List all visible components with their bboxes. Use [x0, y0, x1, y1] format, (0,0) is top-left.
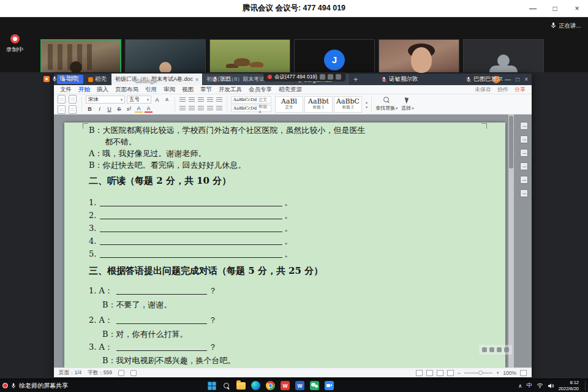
view-mode-icon[interactable] — [416, 370, 423, 376]
camera-toggle-icon[interactable] — [328, 74, 333, 80]
mic-toggle-icon[interactable] — [320, 74, 325, 80]
zoom-level[interactable]: 100% — [503, 370, 516, 376]
minimize-button[interactable]: — — [522, 0, 544, 17]
paste-icon[interactable] — [58, 95, 66, 104]
docer-tab[interactable]: 稻壳 — [88, 75, 107, 83]
new-tab-button[interactable]: + — [353, 75, 358, 84]
style-preset[interactable]: AaBbC 标题 2 — [334, 96, 362, 113]
strikethrough-button[interactable]: S — [115, 105, 123, 113]
outdent-icon[interactable] — [197, 96, 205, 104]
wifi-icon[interactable] — [537, 383, 543, 388]
floating-tools[interactable] — [479, 345, 512, 355]
word-button[interactable]: W — [295, 381, 305, 391]
numbered-list-icon[interactable] — [188, 96, 195, 104]
zoom-slider[interactable] — [464, 372, 492, 374]
bold-button[interactable]: B — [86, 105, 94, 113]
justify-icon[interactable] — [206, 105, 214, 112]
wps-button[interactable]: W — [281, 381, 290, 391]
proofread-icon[interactable] — [130, 370, 137, 376]
indent-icon[interactable] — [206, 96, 214, 104]
meeting-titlebar[interactable]: 腾讯会议 会议号: 477 494 019 — □ × — [0, 0, 588, 17]
style-preset[interactable]: AaBbt 标题 1 — [304, 96, 333, 113]
pen-tool-icon[interactable] — [520, 122, 528, 130]
align-left-icon[interactable] — [179, 105, 186, 112]
wps-minimize-button[interactable]: — — [505, 76, 511, 83]
menu-file[interactable]: 文件 — [60, 86, 72, 94]
tool-icon[interactable] — [489, 347, 494, 352]
view-mode-icon[interactable] — [447, 370, 454, 376]
style-preset[interactable]: AaBbCcDd 标题 4 — [231, 105, 271, 112]
superscript-button[interactable]: x² — [125, 105, 133, 113]
cut-icon[interactable] — [58, 105, 66, 114]
share-toggle-icon[interactable] — [336, 74, 341, 80]
file-explorer-button[interactable] — [236, 381, 246, 391]
view-mode-icon[interactable] — [437, 370, 443, 376]
font-name-select[interactable]: 宋体 ▾ — [86, 96, 125, 104]
gallery-up-icon[interactable]: ▴ — [366, 100, 368, 104]
settings-tool-icon[interactable] — [520, 189, 528, 197]
collaborate-button[interactable]: 协作 — [497, 86, 508, 94]
menu-member[interactable]: 会员专享 — [249, 86, 272, 94]
zoom-in-button[interactable]: + — [496, 370, 499, 376]
edge-button[interactable] — [251, 381, 261, 391]
document-page[interactable]: B：大医院都离得比较远，学校西门外边有个社区医院，虽然比较小，但是医生 都不错。… — [64, 123, 505, 368]
print-tool-icon[interactable] — [520, 176, 528, 184]
style-preset[interactable]: AaBbCcDd 正文 — [231, 96, 271, 104]
shading-icon[interactable] — [216, 105, 223, 112]
italic-button[interactable]: I — [96, 105, 104, 113]
show-desktop-button[interactable] — [585, 381, 586, 391]
scrollbar-thumb[interactable] — [509, 116, 513, 168]
style-preset[interactable]: AaBl 正文 — [275, 96, 303, 113]
maximize-button[interactable]: □ — [544, 0, 566, 17]
fullscreen-icon[interactable] — [520, 370, 527, 376]
meeting-floating-bar[interactable]: 会议(477 494 019) — [263, 72, 345, 81]
menu-docer-res[interactable]: 稻壳资源 — [279, 86, 302, 94]
tool-icon[interactable] — [482, 347, 487, 352]
close-button[interactable]: × — [566, 0, 588, 17]
meeting-app-button[interactable] — [325, 381, 334, 391]
highlight-button[interactable]: A — [135, 105, 143, 113]
increase-font-button[interactable]: A — [153, 96, 161, 104]
highlight-tool-icon[interactable] — [520, 135, 528, 143]
menu-view[interactable]: 视图 — [182, 86, 194, 94]
menu-dev-tools[interactable]: 开发工具 — [219, 86, 242, 94]
menu-home[interactable]: 开始 — [78, 86, 90, 94]
search-button[interactable] — [222, 381, 232, 391]
bullet-list-icon[interactable] — [179, 96, 186, 104]
align-center-icon[interactable] — [188, 105, 195, 112]
menu-review[interactable]: 审阅 — [164, 86, 175, 94]
view-mode-icon[interactable] — [426, 370, 433, 376]
zoom-knob[interactable] — [478, 371, 483, 375]
comment-tool-icon[interactable] — [520, 149, 528, 157]
underline-button[interactable]: U — [105, 105, 113, 113]
volume-icon[interactable] — [548, 383, 554, 389]
font-color-button[interactable]: A — [145, 105, 153, 113]
tray-expand-icon[interactable]: ∧ — [518, 383, 522, 389]
start-button[interactable] — [207, 381, 217, 391]
bookmark-tool-icon[interactable] — [520, 162, 528, 170]
doc-tab-active[interactable]: 初级口语（II）期末考试A卷.doc × — [111, 74, 203, 85]
menu-section[interactable]: 章节 — [200, 86, 212, 94]
wps-restore-button[interactable]: □ — [516, 76, 519, 83]
format-painter-icon[interactable] — [69, 95, 77, 104]
share-button[interactable]: 分享 — [514, 86, 526, 94]
close-tab-icon[interactable]: × — [195, 77, 198, 83]
input-method-indicator[interactable]: 中 — [527, 382, 532, 390]
gallery-down-icon[interactable]: ▾ — [366, 105, 368, 109]
menu-page-layout[interactable]: 页面布局 — [115, 86, 138, 94]
copy-icon[interactable] — [69, 105, 77, 114]
wechat-button[interactable] — [310, 381, 320, 391]
menu-references[interactable]: 引用 — [145, 86, 157, 94]
taskbar-clock[interactable]: 8:12 2022/6/20 — [559, 380, 579, 392]
tool-icon[interactable] — [497, 347, 502, 352]
align-right-icon[interactable] — [197, 105, 205, 112]
tool-icon[interactable] — [504, 347, 509, 352]
select-button[interactable]: 选择 ▾ — [401, 97, 413, 111]
decrease-font-button[interactable]: A — [163, 96, 171, 104]
menu-insert[interactable]: 插入 — [97, 86, 108, 94]
chrome-button[interactable] — [266, 381, 276, 391]
wps-close-button[interactable]: × — [524, 76, 528, 83]
vertical-scrollbar[interactable] — [508, 115, 514, 368]
zoom-out-button[interactable]: − — [458, 370, 461, 376]
line-spacing-icon[interactable] — [216, 96, 223, 104]
